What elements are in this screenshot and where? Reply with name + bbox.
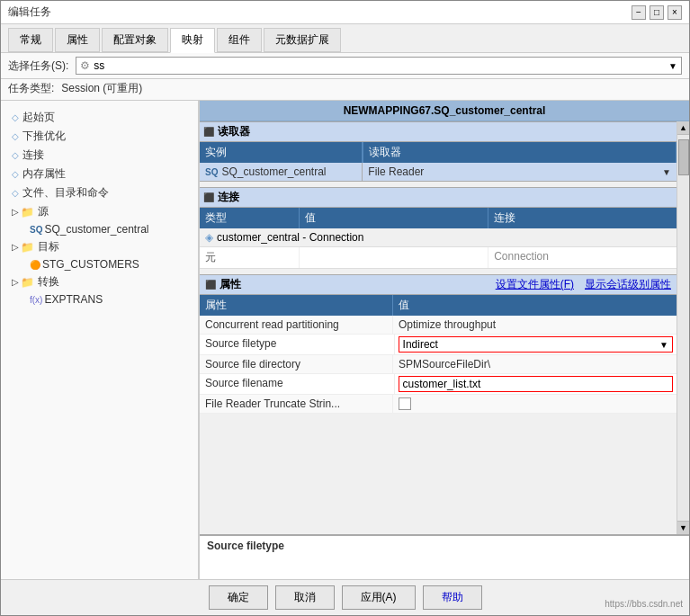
- attr-row-1-value: Optimize throughput: [392, 316, 677, 334]
- tree-item-sq-customer[interactable]: SQ SQ_customer_central: [26, 221, 191, 237]
- attr-row-4-key: Source filename: [200, 374, 394, 394]
- task-type-label: 任务类型:: [8, 81, 54, 96]
- tab-component[interactable]: 组件: [217, 28, 262, 52]
- source-filetype-arrow[interactable]: ▼: [659, 340, 668, 350]
- connect-th-value: 值: [299, 208, 488, 228]
- tree-label-memory: 内存属性: [22, 166, 66, 182]
- tab-general[interactable]: 常规: [8, 28, 53, 52]
- tree-item-memory[interactable]: ◇ 内存属性: [8, 165, 191, 183]
- task-type-row: 任务类型: Session (可重用): [1, 79, 689, 101]
- title-controls: − □ ×: [632, 5, 682, 20]
- tree-label-stg: STG_CUSTOMERS: [42, 258, 139, 271]
- minimize-button[interactable]: −: [632, 5, 646, 20]
- source-filename-input[interactable]: [399, 376, 673, 392]
- stg-icon: 🟠: [30, 260, 40, 270]
- connect-collapse[interactable]: ⬛ 连接: [200, 187, 677, 208]
- tab-properties[interactable]: 属性: [55, 28, 100, 52]
- connect-th-type: 类型: [200, 208, 299, 228]
- sq-badge: SQ: [205, 167, 218, 177]
- reader-collapse[interactable]: ⬛ 读取器: [200, 121, 677, 142]
- tree-item-pushdown[interactable]: ◇ 下推优化: [8, 127, 191, 146]
- attr-th-attr: 属性: [200, 295, 392, 316]
- tree-item-start[interactable]: ◇ 起始页: [8, 108, 191, 127]
- reader-th-reader: 读取器: [363, 142, 677, 163]
- meta-type: 元: [200, 247, 299, 268]
- bottom-buttons-bar: 确定 取消 应用(A) 帮助 https://bbs.csdn.net: [1, 579, 689, 615]
- tree-label-target: 目标: [38, 239, 59, 254]
- left-panel: ◇ 起始页 ◇ 下推优化 ◇ 连接 ◇ 内存属性 ◇ 文件、目录和命令: [1, 101, 199, 579]
- right-scroll-area: ⬛ 读取器 实例 读取器 SQ SQ_customer_ce: [200, 121, 689, 534]
- truncate-checkbox[interactable]: [399, 397, 411, 410]
- tree-item-transform-folder[interactable]: ▷ 📁 转换: [8, 272, 191, 291]
- maximize-button[interactable]: □: [650, 5, 664, 20]
- reader-reader-cell: File Reader ▼: [362, 163, 677, 181]
- ok-button[interactable]: 确定: [209, 585, 268, 610]
- folder-icon-transform: 📁: [21, 276, 34, 289]
- task-select-dropdown[interactable]: ⚙ ss ▼: [76, 57, 682, 75]
- connect-section-title: 连接: [218, 190, 239, 205]
- tree-label-start: 起始页: [22, 110, 55, 125]
- connect-collapse-icon: ⬛: [203, 192, 214, 202]
- attr-section-title: 属性: [220, 277, 496, 292]
- reader-dropdown-arrow[interactable]: ▼: [662, 167, 671, 177]
- tab-metadata[interactable]: 元数据扩展: [264, 28, 341, 52]
- close-button[interactable]: ×: [668, 5, 682, 20]
- scroll-down-btn[interactable]: ▼: [677, 521, 689, 534]
- attr-row-2: Source filetype Indirect ▼: [200, 335, 677, 355]
- attr-row-5-value-cell: [392, 395, 677, 413]
- reader-table-header: 实例 读取器: [200, 142, 677, 163]
- diamond-icon-2: ◇: [12, 131, 19, 141]
- main-content: ◇ 起始页 ◇ 下推优化 ◇ 连接 ◇ 内存属性 ◇ 文件、目录和命令: [1, 101, 689, 579]
- connection-label: customer_central - Connection: [217, 231, 363, 244]
- task-select-label: 选择任务(S):: [8, 58, 68, 74]
- tab-mapping[interactable]: 映射: [170, 28, 215, 53]
- tabs-bar: 常规 属性 配置对象 映射 组件 元数据扩展: [1, 24, 689, 53]
- right-scrollbar: ▲ ▼: [677, 121, 689, 534]
- reader-th-instance: 实例: [200, 142, 363, 163]
- bottom-info-area: Source filetype: [200, 534, 689, 579]
- cancel-button[interactable]: 取消: [275, 585, 335, 610]
- task-type-value: Session (可重用): [61, 81, 142, 96]
- tree-item-source-folder[interactable]: ▷ 📁 源: [8, 202, 191, 221]
- tree-item-connect[interactable]: ◇ 连接: [8, 146, 191, 165]
- folder-icon-target: 📁: [21, 241, 34, 254]
- diamond-icon-3: ◇: [12, 150, 19, 160]
- reader-collapse-icon: ⬛: [203, 127, 214, 137]
- attr-section: ⬛ 属性 设置文件属性(F) 显示会话级别属性 属性 值: [200, 274, 677, 414]
- attr-link-2[interactable]: 显示会话级别属性: [585, 277, 671, 292]
- task-select-arrow-icon: ▼: [668, 61, 677, 71]
- tree-label-pushdown: 下推优化: [22, 129, 66, 144]
- task-select-row: 选择任务(S): ⚙ ss ▼: [1, 53, 689, 79]
- attr-collapse-icon: ⬛: [205, 280, 216, 290]
- scroll-track: [677, 135, 689, 521]
- attr-row-4: Source filename: [200, 374, 677, 395]
- tree-item-exptrans[interactable]: f(x) EXPTRANS: [26, 291, 191, 308]
- diamond-icon-4: ◇: [12, 169, 19, 179]
- attr-row-5: File Reader Truncate Strin...: [200, 395, 677, 414]
- bottom-info-title: Source filetype: [207, 540, 682, 552]
- tree-item-stg-customers[interactable]: 🟠 STG_CUSTOMERS: [26, 256, 191, 272]
- connect-table-header: 类型 值 连接: [200, 208, 677, 228]
- folder-expand-icon-3: ▷: [12, 277, 19, 287]
- fn-icon: f(x): [30, 295, 42, 305]
- tree-item-target-folder[interactable]: ▷ 📁 目标: [8, 237, 191, 256]
- help-button[interactable]: 帮助: [423, 585, 482, 610]
- scroll-up-btn[interactable]: ▲: [677, 121, 689, 135]
- task-select-value: ss: [94, 59, 668, 72]
- attr-link-1[interactable]: 设置文件属性(F): [496, 277, 574, 292]
- right-main: ⬛ 读取器 实例 读取器 SQ SQ_customer_ce: [200, 121, 677, 534]
- tree-item-files[interactable]: ◇ 文件、目录和命令: [8, 183, 191, 202]
- attr-th-value: 值: [392, 295, 677, 316]
- reader-reader-value: File Reader: [368, 165, 662, 178]
- reader-section: ⬛ 读取器 实例 读取器 SQ SQ_customer_ce: [200, 121, 677, 182]
- attr-row-3-key: Source file directory: [200, 355, 392, 373]
- apply-button[interactable]: 应用(A): [342, 585, 416, 610]
- tree-label-transform: 转换: [38, 274, 59, 290]
- connect-table: 类型 值 连接 ◈ customer_central - Connection: [200, 208, 677, 269]
- source-filetype-dropdown[interactable]: Indirect ▼: [399, 336, 673, 353]
- tree-label-files: 文件、目录和命令: [22, 185, 109, 201]
- scroll-thumb[interactable]: [678, 139, 689, 175]
- tab-config[interactable]: 配置对象: [102, 28, 168, 52]
- tree-label-source: 源: [38, 204, 49, 219]
- meta-value: [299, 247, 488, 268]
